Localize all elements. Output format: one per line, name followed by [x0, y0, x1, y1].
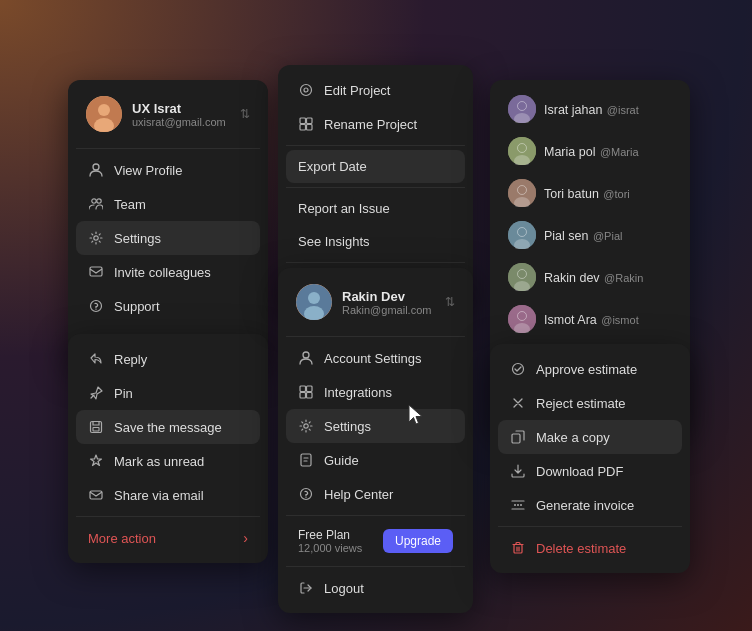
svg-point-1	[98, 104, 110, 116]
divider	[286, 145, 465, 146]
account-settings-item[interactable]: Account Settings	[286, 341, 465, 375]
reject-estimate-label: Reject estimate	[536, 396, 626, 411]
delete-estimate-item[interactable]: Delete estimate	[498, 531, 682, 565]
settings-item[interactable]: Settings	[76, 221, 260, 255]
svg-point-35	[518, 144, 527, 153]
svg-point-4	[92, 199, 96, 203]
report-issue-label: Report an Issue	[298, 201, 390, 216]
reply-item[interactable]: Reply	[76, 342, 260, 376]
svg-point-14	[304, 88, 308, 92]
person-item[interactable]: Ismot Ara @ismot	[498, 298, 682, 340]
more-action-item[interactable]: More action ›	[76, 521, 260, 555]
report-issue-item[interactable]: Report an Issue	[286, 192, 465, 225]
divider	[286, 187, 465, 188]
edit-project-icon	[298, 82, 314, 98]
svg-point-6	[94, 236, 98, 240]
share-email-item[interactable]: Share via email	[76, 478, 260, 512]
person-avatar	[508, 305, 536, 333]
rakin-expand-icon: ⇅	[445, 295, 455, 309]
rakin-logout-label: Logout	[324, 581, 364, 596]
person-avatar	[508, 221, 536, 249]
svg-rect-17	[300, 125, 306, 131]
svg-point-3	[93, 164, 99, 170]
person-item[interactable]: Pial sen @Pial	[498, 214, 682, 256]
support-item[interactable]: Support	[76, 289, 260, 323]
rakin-settings-item[interactable]: Settings	[286, 409, 465, 443]
download-pdf-label: Download PDF	[536, 464, 623, 479]
svg-rect-56	[512, 434, 520, 443]
support-icon	[88, 298, 104, 314]
rakin-avatar	[296, 284, 332, 320]
person-avatar	[508, 263, 536, 291]
person-item[interactable]: Tori batun @tori	[498, 172, 682, 214]
person-item[interactable]: Israt jahan @israt	[498, 88, 682, 130]
svg-rect-12	[90, 491, 102, 499]
person-info: Rakin dev @Rakin	[544, 268, 643, 286]
save-icon	[88, 419, 104, 435]
support-label: Support	[114, 299, 160, 314]
person-name: Tori batun	[544, 187, 599, 201]
svg-point-47	[518, 312, 527, 321]
export-date-item[interactable]: Export Date	[286, 150, 465, 183]
see-insights-item[interactable]: See Insights	[286, 225, 465, 258]
save-message-item[interactable]: Save the message	[76, 410, 260, 444]
integrations-item[interactable]: Integrations	[286, 375, 465, 409]
person-handle: @israt	[607, 104, 639, 116]
svg-point-27	[304, 424, 308, 428]
person-avatar	[508, 95, 536, 123]
svg-rect-11	[93, 428, 99, 432]
make-copy-item[interactable]: Make a copy	[498, 420, 682, 454]
svg-rect-24	[307, 386, 313, 392]
person-name: Rakin dev	[544, 271, 600, 285]
divider	[76, 148, 260, 149]
svg-point-20	[308, 292, 320, 304]
divider	[286, 566, 465, 567]
approve-estimate-item[interactable]: Approve estimate	[498, 352, 682, 386]
help-center-item[interactable]: Help Center	[286, 477, 465, 511]
account-settings-label: Account Settings	[324, 351, 422, 366]
svg-point-41	[518, 228, 527, 237]
approve-icon	[510, 361, 526, 377]
person-item[interactable]: Rakin dev @Rakin	[498, 256, 682, 298]
rakin-header[interactable]: Rakin Dev Rakin@gmail.com ⇅	[286, 276, 465, 332]
svg-rect-26	[307, 393, 313, 399]
rakin-logout-item[interactable]: Logout	[286, 571, 465, 605]
invite-colleagues-item[interactable]: Invite colleagues	[76, 255, 260, 289]
svg-rect-16	[307, 118, 313, 124]
envelope-icon	[88, 487, 104, 503]
rakin-gear-icon	[298, 418, 314, 434]
invite-label: Invite colleagues	[114, 265, 211, 280]
upgrade-button[interactable]: Upgrade	[383, 529, 453, 553]
expand-icon: ⇅	[240, 107, 250, 121]
user-avatar	[86, 96, 122, 132]
guide-item[interactable]: Guide	[286, 443, 465, 477]
download-pdf-item[interactable]: Download PDF	[498, 454, 682, 488]
reject-estimate-item[interactable]: Reject estimate	[498, 386, 682, 420]
approve-estimate-label: Approve estimate	[536, 362, 637, 377]
team-item[interactable]: Team	[76, 187, 260, 221]
svg-point-59	[520, 504, 522, 506]
export-date-label: Export Date	[298, 159, 367, 174]
pin-label: Pin	[114, 386, 133, 401]
edit-project-item[interactable]: Edit Project	[286, 73, 465, 107]
user-header[interactable]: UX Israt uxisrat@gmail.com ⇅	[76, 88, 260, 144]
pin-item[interactable]: Pin	[76, 376, 260, 410]
person-handle: @Rakin	[604, 272, 643, 284]
invite-icon	[88, 264, 104, 280]
person-name: Ismot Ara	[544, 313, 597, 327]
svg-point-30	[305, 497, 306, 498]
svg-point-13	[301, 85, 312, 96]
mark-unread-item[interactable]: Mark as unread	[76, 444, 260, 478]
person-item[interactable]: Maria pol @Maria	[498, 130, 682, 172]
edit-project-label: Edit Project	[324, 83, 390, 98]
trash-icon	[510, 540, 526, 556]
rename-icon	[298, 116, 314, 132]
divider	[76, 516, 260, 517]
chevron-right-icon: ›	[243, 530, 248, 546]
generate-invoice-item[interactable]: Generate invoice	[498, 488, 682, 522]
view-profile-item[interactable]: View Profile	[76, 153, 260, 187]
free-plan-text: Free Plan	[298, 528, 362, 542]
rename-project-item[interactable]: Rename Project	[286, 107, 465, 141]
rename-project-label: Rename Project	[324, 117, 417, 132]
generate-invoice-label: Generate invoice	[536, 498, 634, 513]
